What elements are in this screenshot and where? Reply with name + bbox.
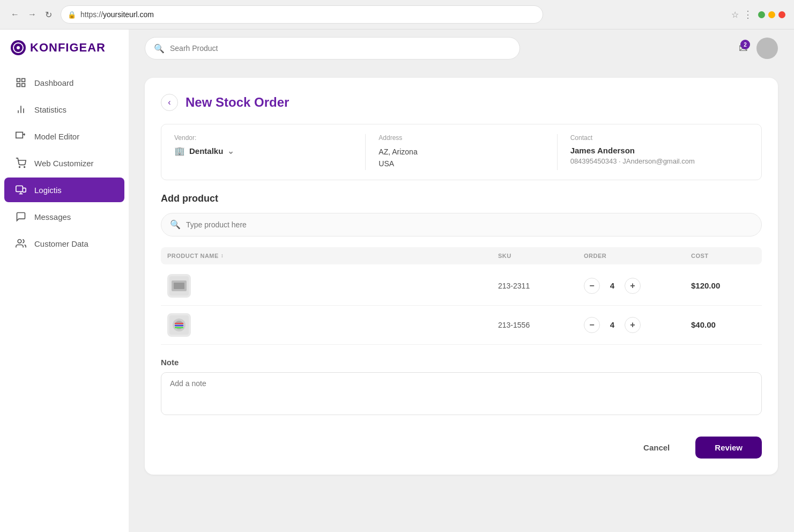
back-nav-button[interactable]: ←	[9, 8, 21, 21]
qty-value-2: 4	[604, 320, 620, 329]
vendor-dropdown-icon[interactable]: ⌄	[227, 146, 234, 156]
search-bar[interactable]: 🔍	[145, 37, 520, 60]
notification-button[interactable]: ✉ 2	[739, 42, 748, 55]
add-product-title: Add product	[161, 193, 762, 204]
maximize-button[interactable]	[768, 11, 775, 18]
top-header: 🔍 ✉ 2	[129, 29, 794, 67]
address-column: Address AZ, Arizona USA	[365, 134, 556, 170]
sidebar-item-web-customizer[interactable]: Web Customizer	[4, 151, 124, 175]
note-textarea[interactable]	[161, 372, 762, 415]
table-row: 213-1556 − 4 + $40.00	[161, 306, 762, 345]
close-button[interactable]	[778, 11, 785, 18]
url-text: https://yoursiteurl.com	[80, 10, 154, 19]
qty-value-1: 4	[604, 281, 620, 290]
window-controls	[758, 11, 785, 18]
sidebar-item-statistics[interactable]: Statistics	[4, 97, 124, 122]
svg-point-9	[24, 167, 25, 168]
contact-name: James Anderson	[570, 146, 748, 155]
product-thumbnail-2	[167, 313, 191, 337]
increase-qty-button-2[interactable]: +	[625, 317, 641, 333]
header-actions: ✉ 2	[739, 38, 778, 59]
contact-email: JAnderson@gmail.com	[622, 157, 695, 165]
note-section: Note	[161, 358, 762, 417]
svg-rect-16	[174, 283, 184, 289]
page-content: ‹ New Stock Order Vendor: 🏢 Dentalku ⌄	[129, 67, 794, 532]
model-editor-icon	[15, 130, 27, 142]
decrease-qty-button-2[interactable]: −	[584, 317, 600, 333]
vendor-name: Dentalku	[189, 146, 223, 156]
search-icon: 🔍	[154, 43, 165, 54]
cost-cell-1: $120.00	[691, 281, 755, 290]
sku-cell-2: 213-1556	[498, 321, 584, 329]
svg-rect-2	[17, 84, 20, 87]
product-cell-1	[167, 274, 498, 298]
product-table: PRODUCT NAME ↕ SKU ORDER COST	[161, 247, 762, 345]
vendor-label: Vendor:	[174, 134, 352, 142]
address-line1: AZ, Arizona	[379, 146, 556, 158]
refresh-button[interactable]: ↻	[43, 8, 54, 22]
search-input[interactable]	[170, 44, 511, 53]
review-button[interactable]: Review	[695, 437, 762, 459]
product-search-icon: 🔍	[170, 219, 181, 230]
web-customizer-icon	[15, 157, 27, 169]
sidebar-item-dashboard[interactable]: Dashboard	[4, 70, 124, 95]
logo-icon	[11, 40, 26, 55]
forward-nav-button[interactable]: →	[26, 8, 39, 21]
table-row: 213-2311 − 4 + $120.00	[161, 267, 762, 306]
vendor-building-icon: 🏢	[174, 146, 185, 156]
contact-phone: 084395450343	[570, 157, 617, 165]
contact-column: Contact James Anderson 084395450343 · JA…	[557, 134, 748, 170]
sidebar-item-logictis[interactable]: Logictis	[4, 178, 124, 202]
back-button[interactable]: ‹	[161, 94, 178, 111]
vendor-section: Vendor: 🏢 Dentalku ⌄ Address AZ, Arizona…	[161, 124, 762, 180]
add-product-section: Add product 🔍 PRODUCT NAME ↕ SKU	[161, 193, 762, 345]
svg-rect-7	[16, 132, 23, 138]
contact-details: 084395450343 · JAnderson@gmail.com	[570, 157, 748, 165]
order-cell-2: − 4 +	[584, 317, 691, 333]
sidebar-item-model-editor[interactable]: Model Editor	[4, 124, 124, 149]
browser-actions: ☆ ⋮	[731, 9, 785, 20]
header-sku: SKU	[498, 253, 584, 259]
product-search-bar[interactable]: 🔍	[161, 213, 762, 237]
bookmark-icon[interactable]: ☆	[731, 10, 739, 20]
product-search-input[interactable]	[186, 220, 753, 229]
logo-text: KONFIGEAR	[30, 41, 106, 55]
header-product-name[interactable]: PRODUCT NAME ↕	[167, 253, 498, 259]
decrease-qty-button-1[interactable]: −	[584, 278, 600, 294]
svg-rect-1	[22, 79, 25, 82]
notification-badge: 2	[740, 40, 750, 49]
header-cost: COST	[691, 253, 755, 259]
increase-qty-button-1[interactable]: +	[625, 278, 641, 294]
browser-chrome: ← → ↻ 🔒 https://yoursiteurl.com ☆ ⋮	[0, 0, 794, 29]
svg-rect-20	[175, 323, 183, 324]
page-header: ‹ New Stock Order	[161, 94, 762, 111]
customer-data-label: Customer Data	[34, 239, 88, 248]
user-avatar[interactable]	[756, 38, 778, 59]
main-card: ‹ New Stock Order Vendor: 🏢 Dentalku ⌄	[145, 78, 778, 475]
sidebar-item-customer-data[interactable]: Customer Data	[4, 231, 124, 256]
cost-cell-2: $40.00	[691, 320, 755, 329]
security-icon: 🔒	[68, 11, 76, 19]
svg-point-8	[19, 167, 20, 168]
svg-point-13	[18, 240, 21, 243]
minimize-button[interactable]	[758, 11, 765, 18]
vendor-column: Vendor: 🏢 Dentalku ⌄	[174, 134, 365, 170]
sku-cell-1: 213-2311	[498, 282, 584, 290]
header-order: ORDER	[584, 253, 691, 259]
product-thumbnail-1	[167, 274, 191, 298]
messages-label: Messages	[34, 212, 71, 221]
url-bar[interactable]: 🔒 https://yoursiteurl.com	[61, 5, 543, 24]
vendor-name-row: 🏢 Dentalku ⌄	[174, 146, 352, 156]
cancel-button[interactable]: Cancel	[626, 437, 687, 459]
dashboard-label: Dashboard	[34, 78, 73, 87]
page-title: New Stock Order	[185, 95, 289, 110]
browser-menu-button[interactable]: ⋮	[743, 9, 754, 20]
customer-data-icon	[15, 238, 27, 249]
logo: KONFIGEAR	[0, 40, 129, 68]
model-editor-label: Model Editor	[34, 132, 79, 141]
contact-label: Contact	[570, 134, 748, 142]
address-line2: USA	[379, 158, 556, 169]
svg-rect-3	[22, 84, 25, 87]
sidebar-item-messages[interactable]: Messages	[4, 204, 124, 229]
statistics-label: Statistics	[34, 105, 66, 114]
